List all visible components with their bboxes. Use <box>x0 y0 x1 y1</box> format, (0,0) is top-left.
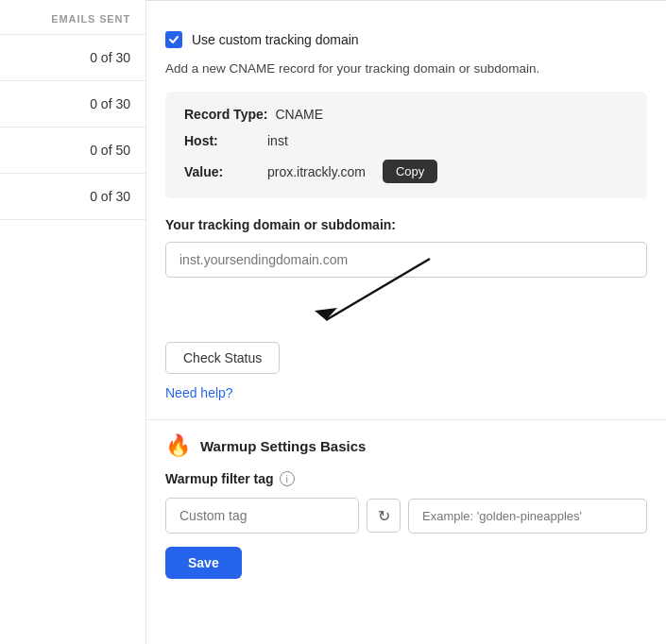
checkmark-icon <box>168 34 179 45</box>
record-value-key: Value: <box>184 164 260 179</box>
custom-domain-label: Use custom tracking domain <box>192 32 359 47</box>
emails-sent-label: EMAILS SENT <box>0 9 145 34</box>
emails-sent-value-4: 0 of 30 <box>90 189 130 204</box>
warmup-filter-tag-label: Warmup filter tag i <box>146 471 666 498</box>
dns-record-box: Record Type: CNAME Host: inst Value: pro… <box>165 92 647 198</box>
custom-tracking-domain-row[interactable]: Use custom tracking domain <box>146 16 666 59</box>
need-help-link[interactable]: Need help? <box>146 374 666 419</box>
arrow-annotation <box>165 278 647 334</box>
record-host-key: Host: <box>184 133 260 148</box>
domain-input[interactable] <box>165 242 647 278</box>
example-tag-input[interactable] <box>408 499 647 534</box>
record-value-row: Value: prox.itrackly.com Copy <box>184 160 628 183</box>
info-icon[interactable]: i <box>280 471 295 486</box>
emails-sent-value-1: 0 of 30 <box>90 50 130 65</box>
warmup-flame-icon: 🔥 <box>165 435 191 456</box>
custom-domain-checkbox[interactable] <box>165 31 182 48</box>
warmup-settings-heading: Warmup Settings Basics <box>200 438 366 454</box>
sidebar-row-2: 0 of 30 <box>0 81 145 127</box>
sidebar-row-3: 0 of 50 <box>0 127 145 174</box>
emails-sent-value-2: 0 of 30 <box>90 96 130 111</box>
tracking-domain-description: Add a new CNAME record for your tracking… <box>146 59 666 92</box>
check-status-button[interactable]: Check Status <box>165 342 280 374</box>
tracking-domain-section-label: Your tracking domain or subdomain: <box>146 217 666 242</box>
main-content: Use custom tracking domain Add a new CNA… <box>146 0 666 644</box>
record-type-row: Record Type: CNAME <box>184 107 628 122</box>
custom-tag-input[interactable] <box>165 498 359 534</box>
sidebar-row-4: 0 of 30 <box>0 174 145 220</box>
refresh-icon-button[interactable]: ↻ <box>367 499 401 533</box>
warmup-settings-heading-row: 🔥 Warmup Settings Basics <box>146 435 666 471</box>
svg-marker-1 <box>315 308 337 320</box>
record-host-val: inst <box>267 133 288 148</box>
top-border <box>146 0 666 1</box>
section-divider-warmup <box>146 419 666 420</box>
copy-button[interactable]: Copy <box>383 160 437 183</box>
domain-input-wrapper <box>165 242 647 278</box>
warmup-filter-tag-text: Warmup filter tag <box>165 471 274 486</box>
record-type-val: CNAME <box>275 107 323 122</box>
sidebar: EMAILS SENT 0 of 30 0 of 30 0 of 50 0 of… <box>0 0 146 644</box>
emails-sent-value-3: 0 of 50 <box>90 143 130 158</box>
tag-input-row: ↻ <box>146 498 666 547</box>
save-button[interactable]: Save <box>165 547 242 579</box>
record-host-row: Host: inst <box>184 133 628 148</box>
record-value-val: prox.itrackly.com <box>267 164 366 179</box>
sidebar-row-1: 0 of 30 <box>0 35 145 81</box>
record-type-key: Record Type: <box>184 107 267 122</box>
